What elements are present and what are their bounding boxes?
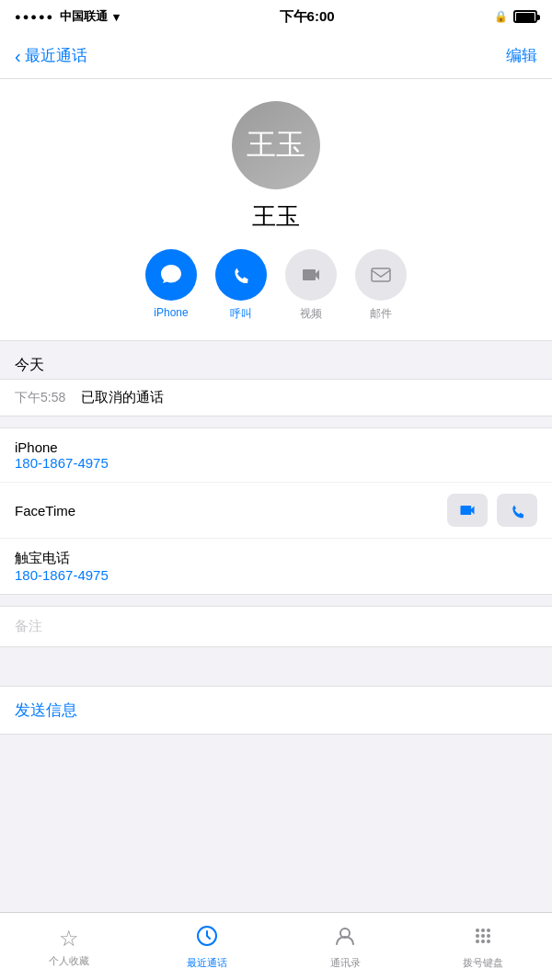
tab-bar-spacer: [0, 735, 552, 803]
recents-icon: [195, 924, 219, 953]
message-action-button[interactable]: iPhone: [145, 249, 197, 319]
contacts-icon: [333, 924, 357, 953]
facetime-audio-button[interactable]: [497, 494, 537, 527]
edit-button[interactable]: 编辑: [506, 45, 537, 66]
facetime-actions: [447, 494, 537, 527]
mail-action-button[interactable]: 邮件: [355, 249, 407, 322]
video-action-button[interactable]: 视频: [285, 249, 337, 322]
section-today: 今天: [0, 341, 552, 379]
keypad-label: 拨号键盘: [463, 956, 503, 970]
carrier-label: 中国联通: [60, 8, 108, 25]
svg-point-5: [487, 929, 490, 932]
send-message-button[interactable]: 发送信息: [0, 686, 552, 735]
battery-icon: [513, 10, 537, 23]
phone-info-card: iPhone 180-1867-4975 FaceTime 触宝电话 180-1…: [0, 427, 552, 595]
svg-point-4: [481, 929, 485, 932]
svg-point-7: [481, 934, 485, 938]
nav-bar: ‹ 最近通话 编辑: [0, 33, 552, 79]
message-icon: [145, 249, 197, 301]
chevron-left-icon: ‹: [15, 47, 21, 65]
spacer: [0, 647, 552, 675]
back-button[interactable]: ‹ 最近通话: [15, 45, 87, 66]
status-bar: ●●●●● 中国联通 ▾ 下午6:00 🔒: [0, 0, 552, 33]
iphone-phone-info: iPhone 180-1867-4975: [15, 439, 109, 471]
recents-label: 最近通话: [187, 956, 227, 970]
mail-icon: [355, 249, 407, 301]
note-row[interactable]: 备注: [0, 606, 552, 647]
svg-point-10: [481, 940, 485, 943]
favorites-icon: ☆: [59, 926, 79, 952]
action-buttons: iPhone 呼叫 视频: [145, 249, 407, 322]
keypad-icon: [471, 924, 495, 953]
video-action-label: 视频: [300, 306, 322, 322]
status-time: 下午6:00: [280, 8, 335, 26]
contact-header: 王玉 王玉 iPhone 呼叫: [0, 79, 552, 341]
status-right: 🔒: [494, 10, 537, 23]
tab-bar: ☆ 个人收藏 最近通话 通讯录: [0, 912, 552, 980]
tab-contacts[interactable]: 通讯录: [276, 924, 414, 970]
call-action-label: 呼叫: [230, 306, 252, 322]
svg-point-9: [476, 940, 479, 943]
video-icon: [285, 249, 337, 301]
contacts-label: 通讯录: [330, 956, 361, 970]
tab-recents[interactable]: 最近通话: [138, 924, 276, 970]
status-left: ●●●●● 中国联通 ▾: [15, 8, 120, 25]
svg-point-3: [476, 929, 479, 932]
signal-dots: ●●●●●: [15, 11, 54, 22]
call-description: 已取消的通话: [81, 389, 164, 406]
iphone-number[interactable]: 180-1867-4975: [15, 455, 109, 471]
chubao-phone-row: 触宝电话 180-1867-4975: [0, 539, 552, 594]
chubao-phone-info: 触宝电话 180-1867-4975: [15, 550, 109, 583]
call-icon: [215, 249, 267, 301]
svg-point-8: [487, 934, 490, 938]
favorites-label: 个人收藏: [49, 954, 89, 968]
lock-icon: 🔒: [494, 10, 508, 23]
wifi-icon: ▾: [113, 10, 120, 24]
message-action-label: iPhone: [154, 306, 188, 319]
tab-keypad[interactable]: 拨号键盘: [414, 924, 552, 970]
svg-point-11: [487, 940, 490, 943]
mail-action-label: 邮件: [370, 306, 392, 322]
chubao-number[interactable]: 180-1867-4975: [15, 567, 109, 583]
facetime-row: FaceTime: [0, 483, 552, 539]
svg-rect-0: [372, 268, 390, 281]
facetime-video-button[interactable]: [447, 494, 488, 527]
back-label: 最近通话: [25, 45, 87, 66]
avatar: 王玉: [232, 101, 320, 189]
contact-name: 王玉: [252, 200, 300, 233]
avatar-text: 王玉: [247, 125, 305, 165]
iphone-label: iPhone: [15, 439, 109, 455]
iphone-phone-row: iPhone 180-1867-4975: [0, 428, 552, 483]
facetime-label: FaceTime: [15, 503, 75, 518]
chubao-label: 触宝电话: [15, 550, 109, 567]
tab-favorites[interactable]: ☆ 个人收藏: [0, 926, 138, 968]
call-time: 下午5:58: [15, 390, 70, 406]
call-action-button[interactable]: 呼叫: [215, 249, 267, 322]
call-log-row: 下午5:58 已取消的通话: [0, 379, 552, 416]
svg-point-6: [476, 934, 479, 938]
